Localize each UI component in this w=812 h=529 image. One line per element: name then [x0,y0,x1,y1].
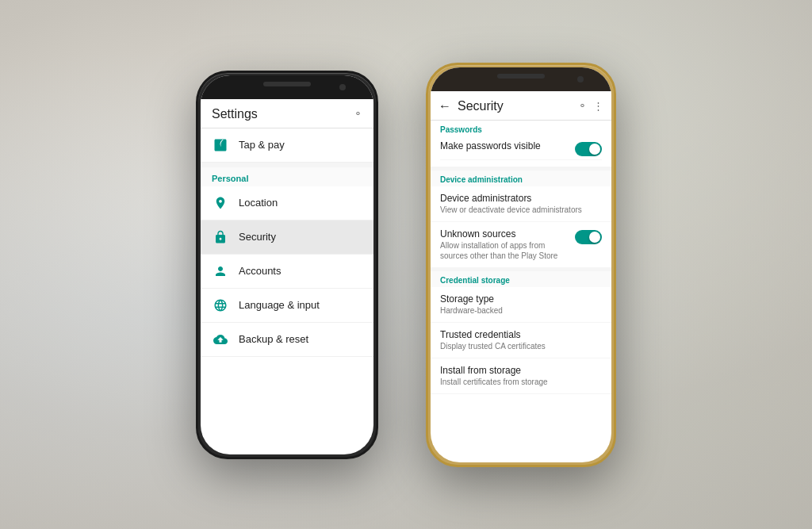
install-storage-content: Install from storage Install certificate… [440,365,602,387]
language-icon [212,297,229,314]
backup-icon [212,331,229,348]
tap-pay-label: Tap & pay [239,139,285,151]
notch-pill-1 [263,82,311,86]
settings-item-location[interactable]: Location [201,186,373,220]
unknown-sources-content: Unknown sources Allow installation of ap… [440,228,569,261]
make-passwords-title: Make passwords visible [440,140,569,151]
make-passwords-content: Make passwords visible [440,140,569,152]
settings-header: Settings ⚬ [201,99,373,128]
settings-item-accounts[interactable]: Accounts [201,255,373,289]
settings-item-tap-pay[interactable]: Tap & pay [201,128,373,163]
unknown-sources-knob [589,232,600,243]
device-admin-title: Device administrators [440,193,602,204]
settings-screen: Settings ⚬ Tap & pay Personal [201,99,373,357]
camera-dot-1 [339,84,346,90]
settings-item-security[interactable]: Security [201,220,373,255]
settings-item-language[interactable]: Language & input [201,289,373,323]
phone-1: Settings ⚬ Tap & pay Personal [196,71,378,459]
device-admin-content: Device administrators View or deactivate… [440,193,602,215]
unknown-sources-item[interactable]: Unknown sources Allow installation of ap… [431,222,611,268]
trusted-cred-title: Trusted credentials [440,329,602,340]
accounts-label: Accounts [239,265,281,277]
storage-type-item[interactable]: Storage type Hardware-backed [431,287,611,323]
install-storage-title: Install from storage [440,365,602,376]
passwords-section-label: Passwords [440,125,602,134]
make-passwords-knob [589,144,600,155]
accounts-icon [212,263,229,280]
security-title: Security [458,99,572,113]
credential-section-label: Credential storage [431,271,611,287]
trusted-credentials-item[interactable]: Trusted credentials Display trusted CA c… [431,323,611,358]
settings-title: Settings [212,107,258,121]
storage-type-title: Storage type [440,293,602,305]
security-header: ← Security ⚬ ⋮ [431,91,611,121]
trusted-cred-subtitle: Display trusted CA certificates [440,341,602,351]
trusted-cred-content: Trusted credentials Display trusted CA c… [440,329,602,351]
language-label: Language & input [239,299,320,311]
personal-section-header: Personal [201,167,373,186]
device-admin-section-label: Device administration [431,171,611,186]
security-screen: ← Security ⚬ ⋮ Passwords Make passwords … [431,91,611,394]
unknown-sources-title: Unknown sources [440,228,569,240]
notch-pill-2 [497,74,545,79]
make-passwords-toggle[interactable] [575,142,602,156]
notch-bar-2 [431,67,611,91]
settings-item-backup[interactable]: Backup & reset [201,323,373,357]
storage-type-subtitle: Hardware-backed [440,305,602,316]
security-label: Security [239,231,276,243]
device-administrators-item[interactable]: Device administrators View or deactivate… [431,186,611,222]
unknown-sources-subtitle: Allow installation of apps from sources … [440,240,569,261]
notch-bar-1 [201,75,373,99]
install-from-storage-item[interactable]: Install from storage Install certificate… [431,358,611,394]
camera-dot-2 [577,76,584,82]
phone-2: ← Security ⚬ ⋮ Passwords Make passwords … [426,63,616,467]
nfc-icon [212,136,229,154]
more-options-icon[interactable]: ⋮ [593,100,603,112]
device-admin-subtitle: View or deactivate device administrators [440,205,602,215]
security-search-icon[interactable]: ⚬ [578,100,587,112]
make-passwords-visible-item[interactable]: Make passwords visible [440,137,602,160]
passwords-section: Passwords Make passwords visible [431,121,611,167]
storage-type-content: Storage type Hardware-backed [440,293,602,316]
settings-list: Tap & pay Personal Location [201,128,373,357]
backup-label: Backup & reset [239,333,308,345]
back-button[interactable]: ← [439,99,451,113]
settings-search-icon[interactable]: ⚬ [354,108,362,120]
location-icon [212,194,229,212]
location-label: Location [239,197,278,209]
install-storage-subtitle: Install certificates from storage [440,377,602,387]
unknown-sources-toggle[interactable] [575,230,602,244]
security-icon [212,228,229,246]
